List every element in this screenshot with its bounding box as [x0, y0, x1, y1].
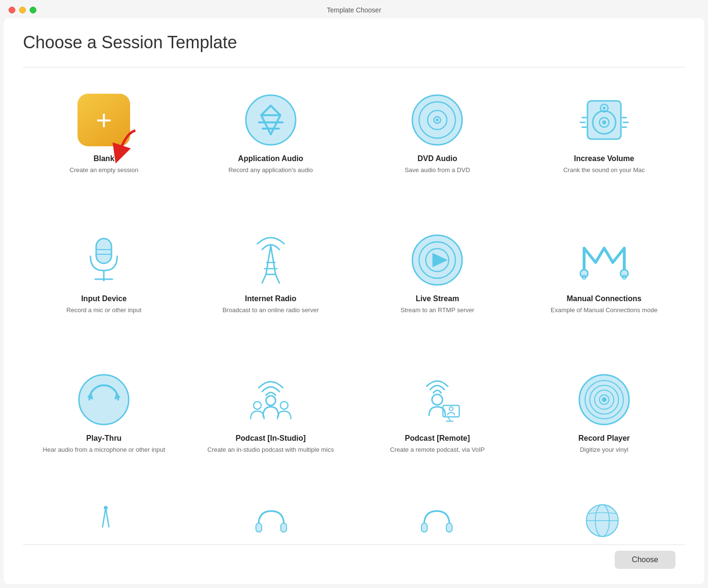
template-name: Record Player	[578, 434, 630, 443]
template-desc: Create an in-studio podcast with multipl…	[208, 446, 334, 454]
partial-icon-3	[354, 501, 520, 540]
svg-point-50	[280, 402, 288, 409]
increase-volume-icon	[575, 91, 633, 149]
page-title: Choose a Session Template	[23, 33, 685, 53]
svg-point-51	[432, 394, 442, 405]
template-desc: Create a remote podcast, via VoIP	[390, 446, 485, 454]
svg-line-53	[448, 417, 451, 421]
svg-point-1	[246, 95, 296, 145]
window-title: Template Chooser	[327, 6, 381, 14]
play-thru-icon	[75, 371, 133, 428]
svg-point-49	[254, 402, 261, 409]
template-name: Blank	[93, 154, 114, 163]
template-desc: Broadcast to an online radio server	[222, 306, 319, 315]
svg-marker-32	[266, 246, 276, 274]
svg-point-61	[602, 397, 607, 402]
template-desc: Stream to an RTMP server	[400, 306, 474, 315]
svg-point-48	[266, 396, 276, 405]
svg-rect-66	[446, 523, 452, 532]
template-item-blank[interactable]: + Blank Create an empty session	[23, 82, 185, 217]
template-grid: + Blank Create an empty session	[23, 82, 685, 497]
partial-icon-1	[23, 501, 188, 540]
template-item-podcast-remote[interactable]: Podcast [Remote] Create a remote podcast…	[356, 361, 519, 497]
svg-line-35	[262, 274, 266, 283]
template-item-application-audio[interactable]: Application Audio Record any application…	[190, 82, 352, 217]
svg-point-62	[104, 506, 108, 510]
template-desc: Record any application's audio	[228, 166, 313, 174]
template-name: DVD Audio	[418, 154, 457, 163]
template-name: Manual Connections	[567, 294, 642, 303]
template-desc: Digitize your vinyl	[580, 446, 628, 454]
template-item-manual-connections[interactable]: Manual Connections Example of Manual Con…	[523, 222, 686, 357]
bottom-bar: Choose	[23, 544, 685, 575]
traffic-lights	[9, 7, 36, 13]
template-desc: Save audio from a DVD	[405, 166, 470, 174]
template-item-play-thru[interactable]: Play-Thru Hear audio from a microphone o…	[23, 361, 185, 497]
svg-rect-26	[96, 239, 111, 263]
template-name: Increase Volume	[574, 154, 634, 163]
template-desc: Crank the sound on your Mac	[563, 166, 645, 174]
live-stream-icon	[409, 231, 466, 289]
svg-point-17	[602, 120, 606, 124]
template-item-input-device[interactable]: Input Device Record a mic or other input	[23, 222, 185, 357]
template-item-live-stream[interactable]: Live Stream Stream to an RTMP server	[356, 222, 519, 357]
svg-rect-65	[421, 523, 427, 532]
template-name: Application Audio	[238, 154, 303, 163]
input-device-icon	[75, 231, 133, 289]
minimize-button[interactable]	[19, 7, 26, 13]
internet-radio-icon	[242, 231, 299, 289]
svg-point-19	[603, 107, 606, 109]
choose-button[interactable]: Choose	[615, 551, 675, 569]
blank-icon: +	[75, 91, 133, 149]
svg-point-13	[436, 119, 439, 121]
manual-connections-icon	[575, 231, 633, 289]
template-name: Podcast [In-Studio]	[235, 434, 306, 443]
partial-icon-2	[188, 501, 354, 540]
template-name: Play-Thru	[86, 434, 122, 443]
podcast-in-studio-icon	[242, 371, 299, 428]
close-button[interactable]	[9, 7, 15, 13]
svg-point-55	[449, 407, 453, 411]
svg-point-43	[620, 270, 628, 277]
template-item-increase-volume[interactable]: Increase Volume Crank the sound on your …	[523, 82, 686, 217]
svg-rect-63	[256, 523, 262, 532]
svg-line-36	[276, 274, 279, 283]
dvd-audio-icon	[409, 91, 466, 149]
template-name: Live Stream	[416, 294, 459, 303]
record-player-icon	[575, 371, 633, 428]
template-desc: Example of Manual Connections mode	[551, 306, 657, 315]
svg-point-41	[580, 270, 588, 277]
divider	[23, 67, 685, 67]
template-item-internet-radio[interactable]: Internet Radio Broadcast to an online ra…	[190, 222, 352, 357]
title-bar: Template Chooser	[0, 0, 708, 18]
svg-rect-64	[281, 523, 287, 532]
template-item-record-player[interactable]: Record Player Digitize your vinyl	[523, 361, 686, 497]
template-desc: Hear audio from a microphone or other in…	[43, 446, 165, 454]
template-name: Input Device	[81, 294, 127, 303]
template-desc: Create an empty session	[69, 166, 138, 174]
template-item-dvd-audio[interactable]: DVD Audio Save audio from a DVD	[356, 82, 519, 217]
template-name: Internet Radio	[245, 294, 297, 303]
maximize-button[interactable]	[30, 7, 36, 13]
application-audio-icon	[242, 91, 299, 149]
template-name: Podcast [Remote]	[405, 434, 470, 443]
main-container: Choose a Session Template + Blank Create…	[4, 18, 704, 584]
podcast-remote-icon	[409, 371, 466, 428]
template-item-podcast-in-studio[interactable]: Podcast [In-Studio] Create an in-studio …	[190, 361, 352, 497]
template-desc: Record a mic or other input	[66, 306, 142, 315]
svg-point-45	[79, 375, 129, 425]
svg-point-31	[103, 279, 105, 281]
partial-icon-4	[520, 501, 685, 540]
